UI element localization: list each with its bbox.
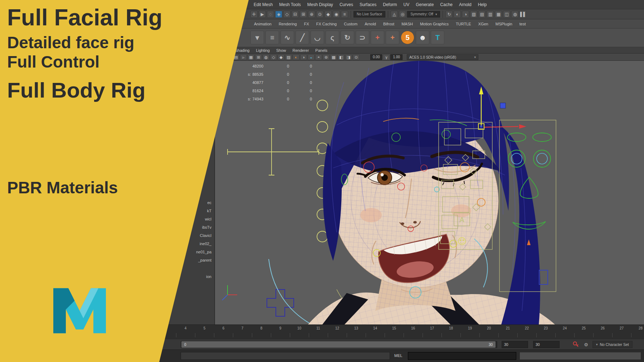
lasso-tool-icon[interactable]: ◌ [267, 11, 274, 18]
shadows-icon[interactable]: ◑ [300, 54, 307, 60]
frame-number[interactable]: 27 [612, 326, 631, 330]
frame-number[interactable]: 19 [460, 326, 479, 330]
snap-magnet-icon[interactable]: ◬ [391, 11, 398, 18]
menubar-item[interactable]: Edit Mesh [250, 2, 276, 7]
panel-menu-item[interactable]: Panels [312, 48, 331, 53]
frame-number[interactable]: 6 [214, 326, 233, 330]
panel-menu-item[interactable]: Lighting [253, 48, 273, 53]
viewport[interactable]: A [215, 61, 644, 324]
construction-history-icon[interactable]: ↻ [445, 11, 453, 18]
lights-icon[interactable]: ◐ [293, 54, 299, 60]
menubar-item[interactable]: Mesh Display [304, 2, 336, 7]
animation-end-field[interactable]: 30 [533, 341, 560, 348]
mirror-tool-icon[interactable]: ⊃ [356, 31, 369, 44]
command-results-field[interactable] [519, 352, 641, 360]
snap-to-point-icon[interactable]: ⊙ [316, 11, 323, 18]
panel-menu-item[interactable]: Show [273, 48, 289, 53]
shelf-tab[interactable]: MSPlugin [492, 22, 516, 26]
frame-number[interactable]: 5 [195, 326, 214, 330]
xray-icon[interactable]: ◨ [345, 54, 352, 60]
render-current-frame-icon[interactable]: ◑ [462, 11, 469, 18]
view-transform-selector[interactable]: ACES 1.0 SDR-video (sRGB) ▾ [407, 54, 478, 60]
shelf-tab[interactable]: Arnold [361, 22, 380, 26]
ep-curve-tool-icon[interactable]: ∿ [280, 31, 294, 44]
shaded-mode-icon[interactable]: ◆ [278, 54, 284, 60]
menubar-item[interactable]: Mesh Tools [276, 2, 304, 7]
object-mode-icon[interactable]: ◈ [275, 11, 282, 18]
menubar-item[interactable]: Surfaces [356, 2, 380, 7]
image-plane-icon[interactable]: ▦ [248, 54, 254, 60]
depth-peeling-icon[interactable]: ▩ [330, 54, 337, 60]
shelf-tab[interactable]: FX [301, 22, 313, 26]
frame-number[interactable]: 24 [555, 326, 574, 330]
poly-tool-pink-icon[interactable]: + [386, 31, 399, 44]
menubar-item[interactable]: Deform [380, 2, 400, 7]
frame-number[interactable]: 16 [404, 326, 423, 330]
bookmark-icon[interactable]: ▹ [240, 54, 247, 60]
range-bar[interactable]: 0 30 [181, 341, 496, 348]
panel-menu-item[interactable]: Renderer [289, 48, 312, 53]
pause-icon[interactable]: ▌▌ [519, 11, 527, 18]
shelf-menu-icon[interactable]: ≡ [265, 31, 279, 44]
three-point-arc-icon[interactable]: ◡ [311, 31, 324, 44]
frame-number[interactable]: 9 [271, 326, 290, 330]
mel-command-input[interactable] [408, 352, 516, 360]
shelf-tab[interactable]: Rendering [275, 22, 301, 26]
frame-number[interactable]: 7 [233, 326, 252, 330]
open-render-view-icon[interactable]: ◐ [454, 11, 461, 18]
playback-end-field[interactable]: 30 [502, 341, 528, 348]
menubar-item[interactable]: UV [400, 2, 413, 7]
oversampling-icon[interactable]: ◍ [263, 54, 269, 60]
character-set-selector[interactable]: ▾ No Character Set [592, 341, 633, 348]
frame-number[interactable]: 17 [423, 326, 441, 330]
frame-number[interactable]: 22 [517, 326, 536, 330]
shelf-tab[interactable]: XGen [475, 22, 492, 26]
shelf-tab[interactable]: MASH [398, 22, 416, 26]
textured-mode-icon[interactable]: ▨ [285, 54, 292, 60]
component-mode-icon[interactable]: ◇ [283, 11, 291, 18]
five-sided-polygon-icon[interactable]: 5 [401, 31, 414, 44]
auto-key-icon[interactable] [572, 341, 580, 348]
motion-blur-icon[interactable]: ◓ [315, 54, 322, 60]
frame-number[interactable]: 26 [593, 326, 612, 330]
snap-to-plane-icon[interactable]: ◆ [325, 11, 332, 18]
shelf-tab[interactable]: TURTLE [452, 22, 475, 26]
2d-pan-zoom-icon[interactable]: ⊞ [255, 54, 262, 60]
frame-number[interactable]: 4 [176, 326, 195, 330]
render-settings-icon[interactable]: ▤ [478, 11, 486, 18]
shelf-tab[interactable]: FX Caching [313, 22, 340, 26]
snap-to-grid-icon[interactable]: ⊞ [300, 11, 307, 18]
frame-number[interactable]: 12 [328, 326, 347, 330]
light-toggle-icon[interactable]: ◍ [511, 11, 518, 18]
gamma-icon[interactable]: γ [383, 54, 390, 60]
frame-number[interactable]: 13 [347, 326, 366, 330]
shelf-tab[interactable]: Bifrost [380, 22, 398, 26]
anim-preferences-icon[interactable]: ⚙ [582, 341, 590, 348]
display-layers-icon[interactable]: ▥ [487, 11, 494, 18]
shelf-tab[interactable]: Motion Graphics [416, 22, 452, 26]
live-surface-field[interactable]: No Live Surface [353, 11, 385, 18]
frame-number[interactable]: 25 [574, 326, 593, 330]
soft-select-icon[interactable]: ◎ [399, 11, 406, 18]
ipr-render-icon[interactable]: ▧ [470, 11, 477, 18]
capture-icon[interactable]: ◫ [503, 11, 510, 18]
frame-number[interactable]: 10 [290, 326, 309, 330]
frame-number[interactable]: 11 [309, 326, 328, 330]
selection-mask-icon[interactable]: ✛ [250, 11, 258, 18]
poly-tool-red-icon[interactable]: + [371, 31, 384, 44]
frame-number[interactable]: 28 [631, 326, 644, 330]
isolate-select-icon[interactable]: ◧ [338, 54, 345, 60]
menubar-item[interactable]: Curves [336, 2, 356, 7]
frame-number[interactable]: 14 [366, 326, 385, 330]
rotate-tool-icon[interactable]: ↻ [341, 31, 354, 44]
shelf-overflow-icon[interactable]: ▾ [250, 31, 264, 44]
multisample-icon[interactable]: ⊚ [323, 54, 330, 60]
character-mesh[interactable] [308, 61, 555, 324]
exposure-icon[interactable]: ⊙ [353, 54, 360, 60]
frame-number[interactable]: 20 [479, 326, 498, 330]
gamma-field[interactable]: 1.00 [390, 54, 402, 60]
menubar-item[interactable]: Help [475, 2, 490, 7]
bezier-curve-icon[interactable]: ς [326, 31, 339, 44]
wireframe-mode-icon[interactable]: ◇ [270, 54, 277, 60]
frame-number[interactable]: 15 [385, 326, 404, 330]
